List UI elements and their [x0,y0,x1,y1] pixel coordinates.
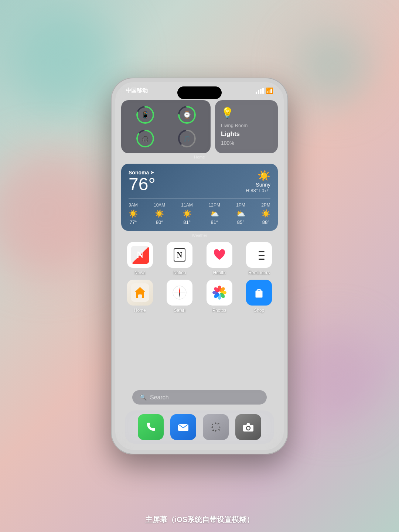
notion-icon: N [167,242,192,268]
weather-temperature: 76° [129,175,156,193]
forecast-icon-2pm: ☀️ [261,209,270,218]
app-news[interactable]: N News [123,242,157,275]
weather-forecast: 9AM ☀️ 77° 10AM ☀️ 80° 11AM ☀️ 81° [129,198,270,225]
health-icon [207,242,232,268]
light-icon: 💡 [221,107,272,119]
dock-phone[interactable] [138,414,164,440]
dock [125,410,274,444]
app-notion[interactable]: N Notion [163,242,197,275]
case-icon: 🎵 [183,135,191,142]
app-safari[interactable]: Safari [163,280,197,313]
app-grid-row2: Home [121,280,278,313]
forecast-icon-9am: ☀️ [129,209,138,218]
home-device-label: Lights [221,130,272,138]
svg-text:N: N [177,251,183,259]
forecast-11am: 11AM ☀️ 81° [181,202,192,225]
home-value-label: 100% [221,140,272,146]
iphone-icon: 📱 [141,111,149,119]
app-reminders[interactable]: Reminders [242,242,277,275]
carrier-label: 中国移动 [126,87,148,94]
notion-label: Notion [173,270,186,275]
app-grid-row1: N News N Notion [121,242,278,275]
home-widget-footer: Home [121,155,278,159]
weather-footer: Weather [121,233,278,238]
battery-item-case[interactable]: 🎵 [168,129,205,148]
home-app-label: Home [134,308,146,313]
battery-item-iphone[interactable]: 📱 [126,105,164,125]
news-icon: N [127,242,153,268]
svg-rect-21 [259,259,265,260]
forecast-icon-11am: ☀️ [183,209,192,218]
shop-icon [246,280,272,306]
phone-frame: 中国移动 📶 [111,78,288,454]
app-photos[interactable]: Photos [202,280,237,313]
svg-marker-47 [246,423,250,425]
dock-settings[interactable] [203,414,229,440]
shop-label: Shop [254,308,264,313]
home-icon [127,280,153,306]
safari-label: Safari [174,308,185,313]
battery-widget: 📱 ⌚ [121,100,211,153]
svg-rect-15 [250,246,268,264]
reminders-label: Reminders [248,270,270,275]
reminders-icon [246,242,272,268]
battery-item-watch[interactable]: ⌚ [168,105,205,125]
svg-rect-17 [259,251,265,252]
search-bar[interactable]: 🔍 Search [132,390,267,405]
forecast-12pm: 12PM ⛅ 81° [209,202,220,225]
svg-point-44 [214,425,218,429]
weather-hi-lo: H:88° L:57° [246,188,270,193]
forecast-icon-10am: ☀️ [155,209,164,218]
widgets-row: 📱 ⌚ [121,100,278,153]
app-shop[interactable]: Shop [242,280,277,313]
photos-icon [207,280,232,306]
news-label: News [134,270,146,275]
status-icons: 📶 [256,87,273,94]
signal-icon [256,88,264,94]
svg-rect-23 [138,294,142,298]
photos-label: Photos [212,308,226,313]
battery-item-airpods[interactable]: 🎧 [126,129,164,148]
dock-camera[interactable] [235,414,261,440]
safari-icon [167,280,192,306]
svg-rect-46 [243,425,253,432]
forecast-9am: 9AM ☀️ 77° [129,202,138,225]
forecast-2pm: 2PM ☀️ 88° [261,202,270,225]
weather-widget[interactable]: Sonoma ➤ 76° ☀️ Sunny H:88° L:57° [121,164,278,238]
search-placeholder: Search [150,394,169,401]
health-label: Health [213,270,226,275]
app-health[interactable]: Health [202,242,237,275]
watch-icon: ⌚ [183,111,191,119]
search-icon: 🔍 [140,394,147,401]
airpods-icon: 🎧 [141,135,149,142]
phone-screen: 中国移动 📶 [115,82,284,450]
home-widget[interactable]: 💡 Living Room Lights 100% [215,100,278,153]
svg-rect-19 [259,255,265,256]
forecast-10am: 10AM ☀️ 80° [154,202,165,225]
weather-condition: Sunny [246,182,270,188]
screen-content: 📱 ⌚ [115,97,284,447]
dynamic-island [177,86,222,99]
forecast-icon-12pm: ⛅ [210,209,219,218]
dock-mail[interactable] [170,414,196,440]
forecast-icon-1pm: ⛅ [236,209,245,218]
svg-point-45 [215,426,217,428]
app-home[interactable]: Home [123,280,157,313]
forecast-1pm: 1PM ⛅ 85° [236,202,245,225]
wifi-icon: 📶 [266,87,273,94]
svg-text:N: N [136,249,143,260]
page-caption: 主屏幕（iOS系统自带设置模糊） [0,515,399,525]
home-room-label: Living Room [221,123,272,128]
svg-point-43 [214,425,218,429]
sun-icon: ☀️ [246,170,270,182]
